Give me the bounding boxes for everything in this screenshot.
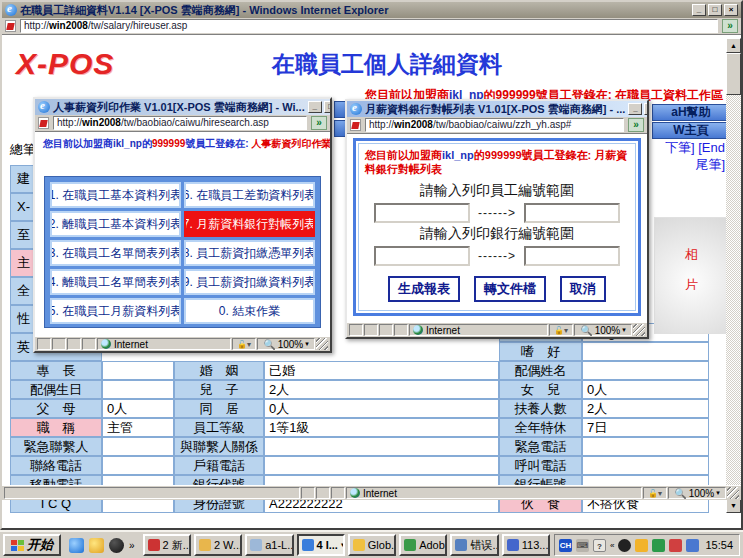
globe-icon [101, 339, 111, 349]
field-label: 配偶姓名 [499, 361, 582, 380]
language-indicator[interactable]: CH [559, 539, 572, 552]
field-value: 0人 [264, 399, 499, 418]
report-menu-item[interactable]: 1. 在職員工基本資料列表 [50, 182, 181, 208]
field-label: 全年特休 [499, 418, 582, 437]
report-menu-item[interactable]: 6. 在職員工差勤資料列表 [184, 182, 315, 208]
scroll-down-button[interactable]: ▼ [726, 498, 741, 513]
taskbar-button[interactable]: 4 I...▾ [297, 534, 345, 556]
report-menu-item[interactable]: 3. 在職員工名單簡表列表 [50, 240, 181, 266]
popup1-title-bar: 人事薪資列印作業 V1.01[X-POS 雲端商務網] - Wi... _ □ … [35, 99, 330, 115]
popup2-address-bar: http://win2008/tw/baobiao/caiwu/zzh_yh.a… [347, 117, 647, 134]
field-value: 7日 [582, 418, 709, 437]
vertical-scrollbar[interactable]: ▲ ▼ [726, 38, 741, 513]
field-value [264, 456, 499, 475]
tray-app-icon[interactable] [652, 539, 665, 552]
tray-app-icon[interactable] [635, 539, 648, 552]
minimize-button[interactable]: _ [308, 101, 322, 113]
maximize-button[interactable]: □ [708, 4, 722, 16]
help-button[interactable]: aH幫助 [652, 104, 730, 121]
field-value [582, 456, 709, 475]
taskbar-button[interactable]: 2 新...▾ [143, 534, 191, 556]
start-button[interactable]: 开始 [3, 534, 61, 556]
record-nav-links[interactable]: 下筆] [End 尾筆] [665, 139, 725, 173]
close-button[interactable]: × [724, 4, 738, 16]
taskbar-button-icon [199, 539, 211, 551]
generate-report-button[interactable]: 生成報表 [388, 276, 460, 302]
taskbar-button[interactable]: Glob... [348, 534, 396, 556]
print-jobs-window: 人事薪資列印作業 V1.01[X-POS 雲端商務網] - Wi... _ □ … [33, 97, 332, 353]
messenger-quicklaunch-icon[interactable] [89, 538, 104, 553]
page-icon [350, 119, 361, 131]
help-icon[interactable]: ? [593, 539, 606, 552]
go-icon[interactable]: » [311, 116, 327, 130]
qq-quicklaunch-icon[interactable] [109, 538, 124, 553]
report-menu-item[interactable]: 5. 在職員工月薪資料列表 [50, 298, 181, 324]
zoom-control[interactable]: 🔍100%▾ [257, 338, 315, 350]
ie-icon [350, 103, 362, 115]
main-status-bar: Internet 🔓▾ 🔍100%▾ [2, 485, 741, 500]
report-menu-item[interactable]: 7. 月薪資料銀行對帳列表 [184, 211, 315, 237]
popup2-page: 您目前以加盟商ikl_np的999999號員工登錄在: 月薪資料銀行對帳列表 請… [347, 134, 647, 322]
quicklaunch-overflow-chevron[interactable]: » [129, 540, 135, 551]
tray-chevron-icon[interactable]: « [610, 541, 614, 550]
employee-from-input[interactable] [374, 203, 470, 223]
report-menu-item[interactable]: 0. 結束作業 [184, 298, 315, 324]
minimize-button[interactable]: _ [628, 103, 642, 115]
keyboard-icon[interactable]: ⌨ [576, 539, 589, 552]
popup2-title-bar: 月薪資料銀行對帳列表 V1.01[X-POS 雲端商務網] - ... _ □ … [347, 101, 647, 117]
popup1-url-input[interactable]: http://win2008/tw/baobiao/caiwu/hiresear… [53, 116, 307, 130]
maximize-button[interactable]: □ [324, 101, 330, 113]
form-inner: 您目前以加盟商ikl_np的999999號員工登錄在: 月薪資料銀行對帳列表 請… [358, 143, 636, 311]
go-icon[interactable]: » [628, 118, 644, 132]
status-segment [349, 324, 363, 336]
taskbar-button[interactable]: 错误... [450, 534, 498, 556]
report-menu-item[interactable]: 4. 離職員工名單簡表列表 [50, 269, 181, 295]
report-menu-item[interactable]: 2. 離職員工基本資料列表 [50, 211, 181, 237]
zoom-control[interactable]: 🔍100%▾ [574, 324, 632, 336]
security-indicator[interactable]: 🔓▾ [232, 338, 256, 350]
resize-grip[interactable] [633, 324, 645, 336]
field-label: 與聯繫人關係 [174, 437, 264, 456]
taskbar-button[interactable]: a1-L... [245, 534, 293, 556]
taskbar: 开始 » 2 新...▾2 W...▾a1-L...4 I...▾Glob...… [0, 530, 743, 558]
report-menu-item[interactable]: 8. 員工薪資扣繳憑單列表 [184, 240, 315, 266]
security-indicator[interactable]: 🔓▾ [643, 487, 667, 499]
go-icon[interactable]: » [722, 19, 738, 33]
main-url-input[interactable]: http://win2008/tw/salary/hireuser.asp [20, 19, 718, 33]
popup2-title: 月薪資料銀行對帳列表 V1.01[X-POS 雲端商務網] - ... [365, 102, 625, 117]
field-label: 婚 姻 [174, 361, 264, 380]
export-file-button[interactable]: 轉文件檔 [474, 276, 546, 302]
scroll-up-button[interactable]: ▲ [726, 38, 741, 53]
field-label: 呼叫電話 [499, 456, 582, 475]
field-label: 父 母 [10, 399, 102, 418]
bank-to-input[interactable] [524, 246, 620, 266]
resize-grip[interactable] [316, 338, 328, 350]
field-value: 0人 [582, 380, 709, 399]
maximize-button[interactable]: □ [644, 103, 647, 115]
taskbar-button[interactable]: Adob... [399, 534, 447, 556]
taskbar-button[interactable]: 2 W...▾ [194, 534, 242, 556]
ie-quicklaunch-icon[interactable] [69, 538, 84, 553]
page-icon [38, 117, 49, 129]
cancel-button[interactable]: 取消 [560, 276, 606, 302]
tray-app-icon[interactable] [669, 539, 682, 552]
bank-from-input[interactable] [374, 246, 470, 266]
field-label: 嗜 好 [499, 342, 582, 361]
taskbar-button-label: Glob... [368, 539, 396, 551]
taskbar-button-dropdown-icon[interactable]: ▾ [341, 541, 345, 549]
taskbar-button[interactable]: 113.... [502, 534, 550, 556]
zoom-control[interactable]: 🔍100%▾ [668, 487, 726, 499]
qq-tray-icon[interactable] [618, 539, 631, 552]
resize-grip[interactable] [727, 487, 739, 499]
popup2-url-input[interactable]: http://win2008/tw/baobiao/caiwu/zzh_yh.a… [365, 118, 624, 132]
status-segment [82, 338, 96, 350]
tray-app-icon[interactable] [686, 539, 699, 552]
scrollbar-thumb[interactable] [726, 53, 741, 95]
home-button[interactable]: W主頁 [652, 122, 730, 139]
field-label: 專 長 [10, 361, 102, 380]
page-title: 在職員工個人詳細資料 [222, 49, 552, 80]
employee-to-input[interactable] [524, 203, 620, 223]
security-indicator[interactable]: 🔓▾ [549, 324, 573, 336]
minimize-button[interactable]: _ [692, 4, 706, 16]
report-menu-item[interactable]: 9. 員工薪資扣繳資料列表 [184, 269, 315, 295]
